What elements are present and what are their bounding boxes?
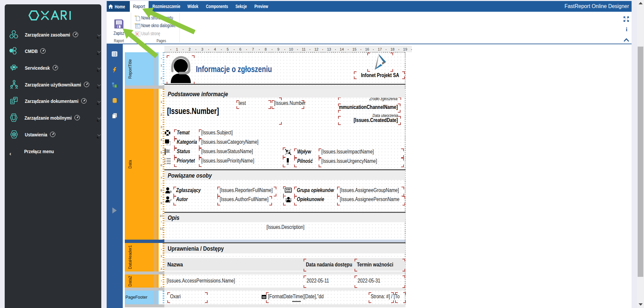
svg-text:2: 2	[164, 160, 166, 162]
svg-text:3: 3	[164, 163, 166, 164]
svg-text:1: 1	[164, 158, 166, 160]
